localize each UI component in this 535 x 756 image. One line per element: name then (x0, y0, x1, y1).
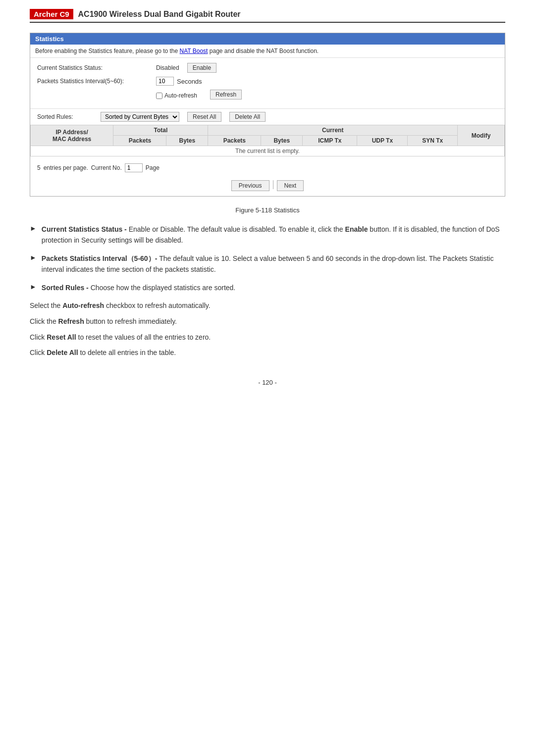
empty-row: The current list is empty. (31, 146, 505, 156)
pagination-row: 5 entries per page. Current No. Page (30, 160, 505, 177)
panel-notice: Before enabling the Statistics feature, … (30, 45, 505, 58)
next-button[interactable]: Next (277, 180, 304, 191)
stats-table-wrap: IP Address/ MAC Address Total Current Mo… (30, 125, 505, 160)
interval-value-group: Seconds (156, 77, 202, 86)
stats-table: IP Address/ MAC Address Total Current Mo… (30, 125, 505, 156)
bullet-text-1: Current Statistics Status - Enable or Di… (42, 224, 505, 246)
status-label: Current Statistics Status: (37, 64, 156, 71)
previous-button[interactable]: Previous (231, 180, 269, 191)
table-header-row1: IP Address/ MAC Address Total Current Mo… (31, 125, 505, 136)
col-total-packets: Packets (113, 136, 166, 146)
seconds-label: Seconds (177, 78, 202, 85)
status-value-group: Disabled Enable (156, 63, 216, 73)
bullet-2: ► Packets Statistics Interval（5-60）- The… (30, 253, 505, 275)
status-text: Disabled (156, 64, 179, 71)
enable-button[interactable]: Enable (187, 63, 216, 73)
plain-text-1: Select the Auto-refresh checkbox to refr… (30, 300, 505, 312)
current-no-label: Current No. (91, 164, 122, 171)
page-label: Page (146, 164, 160, 171)
bullet-arrow-1: ► (30, 224, 37, 232)
col-total-header: Total (113, 125, 208, 136)
stats-body: Current Statistics Status: Disabled Enab… (30, 58, 505, 108)
col-udp: UDP Tx (357, 136, 408, 146)
col-current-packets: Packets (208, 136, 261, 146)
bullet3-title: Sorted Rules - (42, 284, 89, 292)
col-modify-header: Modify (458, 125, 505, 146)
bullet-1: ► Current Statistics Status - Enable or … (30, 224, 505, 246)
bullet-text-3: Sorted Rules - Choose how the displayed … (42, 282, 235, 293)
page-nav-row: Previous Next (30, 177, 505, 196)
sorted-rules-select[interactable]: Sorted by Current Bytes (101, 112, 179, 122)
autorefresh-checkbox-row: Auto-refresh (156, 92, 197, 99)
plain-text-3: Click Reset All to reset the values of a… (30, 332, 505, 344)
per-page-label: entries per page. (44, 164, 88, 171)
plain-text-2: Click the Refresh button to refresh imme… (30, 316, 505, 328)
autorefresh-group: Auto-refresh Refresh (156, 90, 242, 100)
refresh-button[interactable]: Refresh (210, 90, 242, 100)
panel-title: Statistics (30, 33, 505, 45)
col-icmp: ICMP Tx (303, 136, 357, 146)
bullet-arrow-3: ► (30, 283, 37, 291)
autorefresh-row: Auto-refresh Refresh (37, 90, 498, 100)
col-total-bytes: Bytes (166, 136, 208, 146)
delete-all-button[interactable]: Delete All (229, 112, 266, 122)
model-badge: Archer C9 (30, 9, 73, 19)
sorted-rules-row: Sorted Rules: Sorted by Current Bytes Re… (30, 108, 505, 125)
interval-input[interactable] (156, 77, 174, 86)
bullet2-title: Packets Statistics Interval（5-60）- (42, 254, 157, 262)
footer: - 120 - (30, 379, 505, 386)
status-row: Current Statistics Status: Disabled Enab… (37, 63, 498, 73)
statistics-panel: Statistics Before enabling the Statistic… (30, 33, 505, 197)
notice-text: Before enabling the Statistics feature, … (35, 48, 180, 54)
interval-label: Packets Statistics Interval(5~60): (37, 78, 156, 85)
bullet1-bold: Enable (345, 225, 368, 233)
autorefresh-checkbox[interactable] (156, 93, 162, 99)
autorefresh-label: Auto-refresh (164, 92, 197, 99)
reset-all-button[interactable]: Reset All (187, 112, 221, 122)
nat-boost-link[interactable]: NAT Boost (180, 48, 208, 54)
interval-row: Packets Statistics Interval(5~60): Secon… (37, 77, 498, 86)
bullet-3: ► Sorted Rules - Choose how the displaye… (30, 282, 505, 293)
nav-divider (273, 180, 273, 189)
plain-text-4: Click Delete All to delete all entries i… (30, 347, 505, 359)
notice-end: page and disable the NAT Boost function. (208, 48, 319, 54)
figure-caption: Figure 5-118 Statistics (30, 206, 505, 214)
header-title: AC1900 Wireless Dual Band Gigabit Router (78, 10, 241, 18)
current-page-input[interactable] (125, 163, 143, 172)
sorted-rules-label: Sorted Rules: (37, 113, 97, 120)
bullet1-title: Current Statistics Status - (42, 225, 127, 233)
empty-message: The current list is empty. (31, 146, 505, 156)
bullet-text-2: Packets Statistics Interval（5-60）- The d… (42, 253, 505, 275)
entries-per-page-count: 5 (37, 164, 41, 171)
header-bar: Archer C9 AC1900 Wireless Dual Band Giga… (30, 10, 505, 23)
bullet-arrow-2: ► (30, 253, 37, 261)
col-ip-address: IP Address/ MAC Address (31, 125, 113, 146)
col-current-bytes: Bytes (261, 136, 303, 146)
col-syn: SYN Tx (408, 136, 458, 146)
col-current-header: Current (208, 125, 458, 136)
header-product: Archer C9 AC1900 Wireless Dual Band Giga… (30, 10, 241, 19)
